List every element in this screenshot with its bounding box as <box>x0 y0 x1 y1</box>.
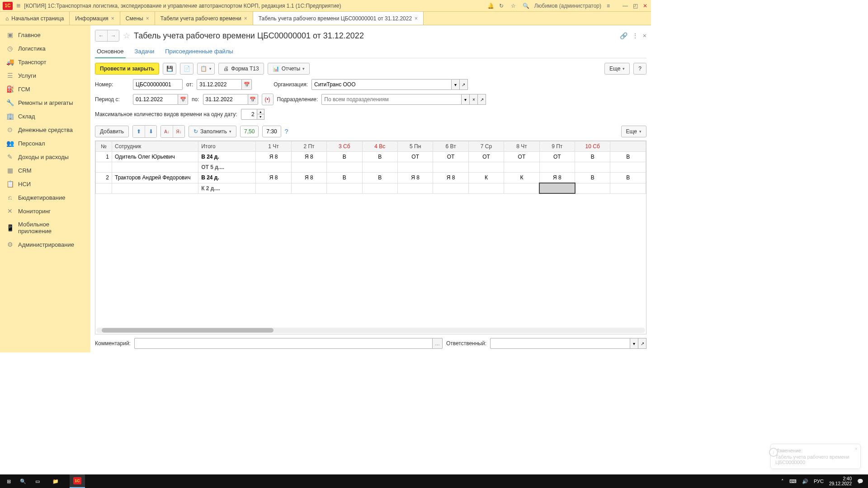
save-button[interactable]: 💾 <box>163 63 176 75</box>
nav-logistics[interactable]: ◷Логистика <box>0 42 90 55</box>
history-icon[interactable]: ↻ <box>499 3 505 9</box>
dropdown-icon[interactable]: ▾ <box>452 79 460 90</box>
period-select-button[interactable]: (•) <box>262 94 274 105</box>
nav-main[interactable]: ▣Главное <box>0 28 90 42</box>
table-row-sub[interactable]: К 2 д.... <box>96 183 646 193</box>
minimize-button[interactable]: — <box>622 3 628 9</box>
dropdown-icon[interactable]: ▾ <box>630 338 638 349</box>
org-input[interactable] <box>311 79 452 90</box>
nav-fuel[interactable]: ⛽ГСМ <box>0 82 90 96</box>
table-more-button[interactable]: Еще▾ <box>621 126 646 137</box>
number-input[interactable] <box>133 79 183 90</box>
nav-personnel[interactable]: 👥Персонал <box>0 136 90 150</box>
more-button[interactable]: Еще▾ <box>604 63 630 75</box>
subtab-files[interactable]: Присоединенные файлы <box>163 45 235 58</box>
post-button[interactable]: 📄 <box>180 63 193 75</box>
forward-button[interactable]: → <box>107 30 119 41</box>
help-button[interactable]: ? <box>633 63 646 75</box>
star-icon[interactable]: ☆ <box>511 3 517 9</box>
nav-monitoring[interactable]: ✕Мониторинг <box>0 204 90 218</box>
sort-desc-button[interactable]: Я↓ <box>173 126 184 137</box>
settings-icon[interactable]: ≡ <box>607 3 613 9</box>
col-day-11[interactable] <box>610 141 646 152</box>
nav-budget[interactable]: ⎌Бюджетирование <box>0 191 90 204</box>
tab-timesheets[interactable]: Табели учета рабочего времени× <box>155 12 253 25</box>
close-icon[interactable]: × <box>244 15 247 22</box>
user-label[interactable]: Любимов (администратор) <box>534 3 601 9</box>
subtab-tasks[interactable]: Задачи <box>133 45 156 58</box>
nav-repairs[interactable]: 🔧Ремонты и агрегаты <box>0 96 90 109</box>
dropdown-icon[interactable]: ▾ <box>462 94 470 105</box>
scrollbar-thumb[interactable] <box>102 328 274 333</box>
h-scrollbar[interactable] <box>96 328 645 333</box>
close-icon[interactable]: × <box>146 15 149 22</box>
comment-input[interactable] <box>134 338 433 349</box>
nav-transport[interactable]: 🚚Транспорт <box>0 55 90 69</box>
bell-icon[interactable]: 🔔 <box>487 3 494 9</box>
period-from-input[interactable] <box>133 94 178 105</box>
reports-button[interactable]: 📊Отчеты▾ <box>268 63 310 75</box>
table-row-sub[interactable]: ОТ 5 д.... <box>96 162 646 173</box>
clear-icon[interactable]: × <box>470 94 478 105</box>
max-types-input[interactable] <box>241 109 257 120</box>
open-icon[interactable]: ↗ <box>638 338 646 349</box>
restore-button[interactable]: ◰ <box>632 3 638 9</box>
nav-services[interactable]: ☰Услуги <box>0 69 90 82</box>
nav-mobile[interactable]: 📱Мобильное приложение <box>0 218 90 238</box>
help-icon[interactable]: ? <box>285 128 288 135</box>
create-from-button[interactable]: 📋▾ <box>197 63 215 75</box>
date-from-input[interactable] <box>197 79 242 90</box>
favorite-icon[interactable]: ☆ <box>123 31 130 41</box>
open-icon[interactable]: ↗ <box>478 94 486 105</box>
selected-cell[interactable] <box>539 183 575 193</box>
more-icon[interactable]: ⋮ <box>632 32 638 39</box>
link-icon[interactable]: 🔗 <box>620 32 627 39</box>
hours-value-1[interactable]: 7,50 <box>240 126 259 137</box>
nav-money[interactable]: ⊙Денежные средства <box>0 123 90 136</box>
search-icon[interactable]: 🔍 <box>523 3 529 9</box>
close-icon[interactable]: × <box>415 15 418 22</box>
post-close-button[interactable]: Провести и закрыть <box>95 63 159 75</box>
tab-home[interactable]: ⌂ Начальная страница <box>0 12 70 25</box>
move-down-button[interactable]: ⬇ <box>145 126 156 137</box>
ellipsis-icon[interactable]: … <box>433 338 443 349</box>
subtab-main[interactable]: Основное <box>95 45 126 58</box>
col-day-2[interactable]: 2 Пт <box>291 141 326 152</box>
period-to-input[interactable] <box>203 94 248 105</box>
sort-asc-button[interactable]: A↓ <box>161 126 173 137</box>
tab-info[interactable]: Информация× <box>70 12 120 25</box>
col-day-4[interactable]: 4 Вс <box>362 141 397 152</box>
table-row[interactable]: 2 Тракторов Андрей Федорович В 24 д. Я 8… <box>96 173 646 183</box>
menu-icon[interactable]: ≡ <box>16 2 20 10</box>
spinner-up[interactable]: ▲ <box>257 109 264 114</box>
calendar-icon[interactable]: 📅 <box>248 94 258 105</box>
nav-income[interactable]: ✎Доходы и расходы <box>0 150 90 164</box>
col-day-10[interactable]: 10 Сб <box>575 141 610 152</box>
nav-crm[interactable]: ▦CRM <box>0 164 90 177</box>
col-employee[interactable]: Сотрудник <box>112 141 198 152</box>
close-button[interactable]: ✕ <box>642 3 648 9</box>
nav-admin[interactable]: ⚙Администрирование <box>0 238 90 251</box>
table-row[interactable]: 1 Одитель Олег Юрьевич В 24 д. Я 8 Я 8 В… <box>96 152 646 162</box>
col-day-9[interactable]: 9 Пт <box>539 141 575 152</box>
tab-shifts[interactable]: Смены× <box>120 12 155 25</box>
calendar-icon[interactable]: 📅 <box>178 94 188 105</box>
move-up-button[interactable]: ⬆ <box>133 126 145 137</box>
tab-timesheet-doc[interactable]: Табель учета рабочего времени ЦБС0000000… <box>253 12 424 25</box>
col-day-7[interactable]: 7 Ср <box>468 141 504 152</box>
close-icon[interactable]: × <box>111 15 114 22</box>
responsible-input[interactable] <box>490 338 630 349</box>
col-number[interactable]: № <box>96 141 112 152</box>
calendar-icon[interactable]: 📅 <box>242 79 252 90</box>
form-t13-button[interactable]: 🖨Форма Т13 <box>218 63 264 75</box>
dept-input[interactable] <box>321 94 462 105</box>
col-total[interactable]: Итого <box>198 141 256 152</box>
hours-value-2[interactable]: 7:30 <box>262 126 281 137</box>
col-day-1[interactable]: 1 Чт <box>256 141 291 152</box>
close-page-button[interactable]: × <box>643 32 646 39</box>
nav-warehouse[interactable]: 🏢Склад <box>0 109 90 123</box>
col-day-8[interactable]: 8 Чт <box>504 141 539 152</box>
col-day-6[interactable]: 6 Вт <box>433 141 468 152</box>
back-button[interactable]: ← <box>95 30 107 41</box>
add-button[interactable]: Добавить <box>95 126 129 137</box>
